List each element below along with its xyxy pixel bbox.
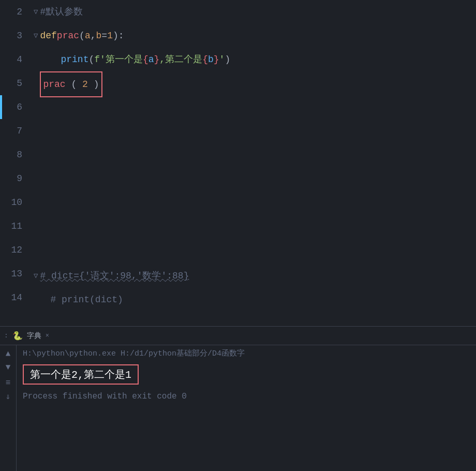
terminal-tab-close[interactable]: × xyxy=(46,332,49,340)
line-num-10: 10 xyxy=(11,190,22,214)
code-line-3: ▽ def prac ( a , b = 1 ): xyxy=(34,24,476,48)
terminal-body: H:\python\python.exe H:/d1/python基础部分/D4… xyxy=(17,345,476,471)
terminal-tab-label[interactable]: 字典 xyxy=(27,331,41,341)
active-line-indicator xyxy=(0,95,2,119)
code-line-4: ▽ print ( f'第一个是 { a } ,第二个是 { b } ' ) xyxy=(34,48,476,71)
line3-def: def xyxy=(40,24,56,48)
scroll-down-icon[interactable]: ▼ xyxy=(3,362,14,373)
line5-paren1: ( xyxy=(71,79,77,90)
terminal-tab-bar: : 🐍 字典 × xyxy=(0,327,476,345)
line3-paren1: ( xyxy=(79,24,85,48)
code-line-8 xyxy=(34,145,476,169)
line-num-3: 3 xyxy=(17,24,22,48)
line-numbers: 2 3 4 5 6 7 8 9 10 11 12 13 14 xyxy=(0,0,28,310)
line-num-8: 8 xyxy=(17,143,22,167)
line3-default-val: 1 xyxy=(107,24,113,48)
line14-comment: # print(dict) xyxy=(50,288,123,312)
line4-print: print xyxy=(61,48,88,71)
line4-paren1: ( xyxy=(88,48,94,71)
line5-paren2: ) xyxy=(94,79,99,90)
editor-area: 2 3 4 5 6 7 8 9 10 11 12 13 14 ▽ #默认参数 ▽… xyxy=(0,0,476,326)
line3-param-b: b xyxy=(96,24,102,48)
code-content[interactable]: ▽ #默认参数 ▽ def prac ( a , b = 1 ): ▽ prin… xyxy=(28,0,476,326)
line3-comma: , xyxy=(91,24,96,48)
terminal-main: ▲ ▼ ≡ ⇓ H:\python\python.exe H:/d1/pytho… xyxy=(0,345,476,471)
code-line-10 xyxy=(34,193,476,216)
line3-param-a: a xyxy=(85,24,91,48)
line4-var-a: a xyxy=(148,48,154,71)
code-line-12 xyxy=(34,240,476,264)
line4-fstr-mid: ,第二个是 xyxy=(159,48,202,71)
line4-paren2: ) xyxy=(225,48,230,71)
line5-call-box: prac ( 2 ) xyxy=(40,71,102,97)
terminal-download-icon[interactable]: ⇓ xyxy=(3,391,14,402)
line4-var-b: b xyxy=(208,48,214,71)
terminal-output: 第一个是2,第二个是1 xyxy=(23,364,139,385)
line-num-13: 13 xyxy=(11,262,22,286)
terminal-menu-icon[interactable]: ≡ xyxy=(3,377,14,389)
line4-brace3: { xyxy=(202,48,208,71)
line-num-9: 9 xyxy=(17,167,22,190)
line-num-11: 11 xyxy=(11,214,22,238)
code-line-2: ▽ #默认参数 xyxy=(34,0,476,24)
line3-closeparen: ): xyxy=(113,24,124,48)
code-line-14: ▽ # print(dict) xyxy=(34,288,476,312)
terminal-output-container: 第一个是2,第二个是1 xyxy=(23,361,470,388)
scroll-up-icon[interactable]: ▲ xyxy=(3,348,14,360)
line4-brace2: } xyxy=(154,48,160,71)
fold-arrow-3[interactable]: ▽ xyxy=(34,24,38,48)
terminal-colon: : xyxy=(4,332,8,340)
line3-funcname: prac xyxy=(57,24,79,48)
line4-brace4: } xyxy=(214,48,219,71)
line-num-5: 5 xyxy=(17,71,22,95)
line-num-2: 2 xyxy=(17,0,22,24)
python-icon: 🐍 xyxy=(12,331,23,341)
line-num-14: 14 xyxy=(11,286,22,310)
line-num-4: 4 xyxy=(17,48,22,71)
code-line-9 xyxy=(34,169,476,193)
terminal-icons: ▲ ▼ ≡ ⇓ xyxy=(0,345,17,471)
fold-arrow-2[interactable]: ▽ xyxy=(34,0,38,24)
line2-comment: #默认参数 xyxy=(40,0,83,24)
line4-fstr-end: ' xyxy=(219,48,225,71)
code-line-7 xyxy=(34,121,476,145)
line-num-12: 12 xyxy=(11,238,22,262)
line4-fstr-start: f'第一个是 xyxy=(94,48,143,71)
code-line-5: ▽ prac ( 2 ) xyxy=(34,71,476,97)
code-line-13: ▽ # dict={'语文':98,'数学':88} xyxy=(34,264,476,288)
line-num-6: 6 xyxy=(17,95,22,119)
terminal-run-command: H:\python\python.exe H:/d1/python基础部分/D4… xyxy=(23,348,470,358)
code-line-11 xyxy=(34,216,476,240)
line4-brace1: { xyxy=(143,48,148,71)
line5-arg: 2 xyxy=(82,79,88,90)
line-num-7: 7 xyxy=(17,119,22,143)
line5-funcname: prac xyxy=(43,79,65,90)
code-line-6 xyxy=(34,97,476,121)
line13-comment: # dict={'语文':98,'数学':88} xyxy=(40,264,189,288)
terminal-area: : 🐍 字典 × ▲ ▼ ≡ ⇓ H:\python\python.exe H:… xyxy=(0,326,476,471)
fold-arrow-13[interactable]: ▽ xyxy=(34,264,38,288)
line3-eq: = xyxy=(101,24,107,48)
terminal-process-status: Process finished with exit code 0 xyxy=(23,392,470,401)
